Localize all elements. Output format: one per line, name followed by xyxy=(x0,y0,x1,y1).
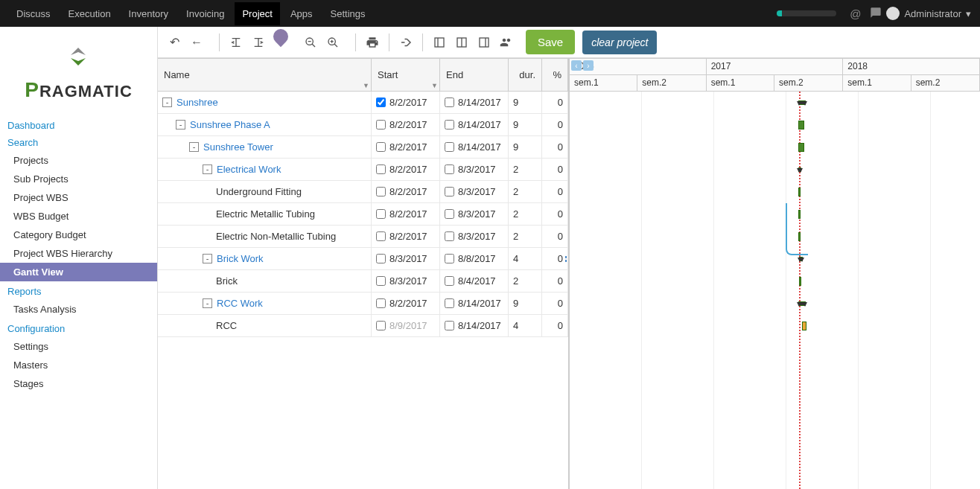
end-checkbox[interactable] xyxy=(445,321,454,330)
tree-toggle[interactable]: - xyxy=(203,254,212,263)
table-row[interactable]: -Electrical Work8/2/20178/3/201720 xyxy=(158,159,568,181)
sidebar-item[interactable]: Project WBS xyxy=(0,188,157,207)
row-label[interactable]: Sunshree Phase A xyxy=(190,119,270,130)
timeline-next-icon[interactable]: › xyxy=(583,60,594,71)
gantt-bar[interactable] xyxy=(798,188,801,196)
col-name[interactable]: Name▼ xyxy=(158,59,372,91)
row-label[interactable]: Sunshree xyxy=(176,97,218,108)
start-checkbox[interactable] xyxy=(376,254,386,263)
save-button[interactable]: Save xyxy=(526,30,575,54)
start-checkbox[interactable] xyxy=(376,164,386,174)
col-pct[interactable]: % xyxy=(542,59,568,91)
pushpin-icon[interactable] xyxy=(270,27,291,47)
end-checkbox[interactable] xyxy=(445,231,454,241)
table-row[interactable]: -Sunshree8/2/20178/14/201790 xyxy=(158,92,568,114)
table-row[interactable]: Electric Non-Metallic Tubing8/2/20178/3/… xyxy=(158,226,568,248)
col-start[interactable]: Start▼ xyxy=(372,59,440,91)
tree-toggle[interactable]: - xyxy=(203,298,212,308)
row-label[interactable]: Brick Work xyxy=(217,253,264,264)
table-row[interactable]: Brick8/3/20178/4/201720 xyxy=(158,270,568,293)
end-checkbox[interactable] xyxy=(445,142,454,152)
row-label[interactable]: Sunshree Tower xyxy=(203,141,273,153)
table-row[interactable]: RCC8/9/20178/14/201740 xyxy=(158,315,568,337)
critical-path-icon[interactable] xyxy=(395,32,416,53)
zoom-out-icon[interactable] xyxy=(300,32,321,53)
print-icon[interactable] xyxy=(362,32,383,53)
table-row[interactable]: -Sunshree Tower8/2/20178/14/201790 xyxy=(158,136,568,159)
sidebar-item[interactable]: Gantt View xyxy=(0,263,157,281)
tree-toggle[interactable]: - xyxy=(203,164,212,174)
sidebar-item[interactable]: Stages xyxy=(0,374,157,393)
tree-toggle[interactable]: - xyxy=(162,98,172,107)
start-checkbox[interactable] xyxy=(376,298,386,308)
layout-right-icon[interactable] xyxy=(474,32,494,53)
undo-icon[interactable]: ↶ xyxy=(164,32,185,53)
sidebar-item[interactable]: Sub Projects xyxy=(0,170,157,188)
sidebar-item[interactable]: Project WBS Hierarchy xyxy=(0,244,157,263)
layout-split-icon[interactable] xyxy=(451,32,472,53)
resources-icon[interactable] xyxy=(496,32,517,53)
row-label[interactable]: Electrical Work xyxy=(217,164,281,175)
gantt-bar[interactable] xyxy=(799,257,803,261)
nav-inventory[interactable]: Inventory xyxy=(121,2,176,25)
table-row[interactable]: Electric Metallic Tubing8/2/20178/3/2017… xyxy=(158,203,568,226)
nav-invoicing[interactable]: Invoicing xyxy=(179,2,232,25)
end-checkbox[interactable] xyxy=(445,120,454,130)
clear-project-button[interactable]: clear project xyxy=(582,31,657,54)
sort-icon[interactable]: ▼ xyxy=(363,82,369,89)
start-checkbox[interactable] xyxy=(376,276,386,286)
start-checkbox[interactable] xyxy=(376,120,386,130)
nav-apps[interactable]: Apps xyxy=(283,2,320,25)
sidebar-item[interactable]: Projects xyxy=(0,151,157,170)
redo-icon[interactable]: ← xyxy=(186,32,207,53)
gantt-bar[interactable] xyxy=(798,121,804,130)
sidebar-dashboard[interactable]: Dashboard xyxy=(0,117,157,134)
col-dur[interactable]: dur. xyxy=(509,59,542,91)
nav-project[interactable]: Project xyxy=(235,2,279,25)
end-checkbox[interactable] xyxy=(445,209,454,219)
gantt-bar[interactable] xyxy=(798,167,801,172)
end-checkbox[interactable] xyxy=(445,98,454,107)
row-label[interactable]: RCC Work xyxy=(217,298,263,309)
nav-discuss[interactable]: Discuss xyxy=(9,2,58,25)
tree-toggle[interactable]: - xyxy=(176,120,185,130)
timeline-prev-icon[interactable]: ‹ xyxy=(571,60,582,71)
gantt-bar[interactable] xyxy=(799,277,801,286)
at-icon[interactable]: @ xyxy=(850,7,861,20)
sidebar-item[interactable]: Tasks Analysis xyxy=(0,300,157,319)
table-row[interactable]: -RCC Work8/2/20178/14/201790 xyxy=(158,293,568,315)
indent-in-icon[interactable] xyxy=(248,32,269,53)
user-menu[interactable]: Administrator ▾ xyxy=(886,7,971,20)
layout-left-icon[interactable] xyxy=(429,32,450,53)
table-row[interactable]: -Sunshree Phase A8/2/20178/14/201790 xyxy=(158,114,568,136)
indent-out-icon[interactable] xyxy=(226,32,246,53)
end-checkbox[interactable] xyxy=(445,276,454,286)
gantt-bar[interactable] xyxy=(798,301,806,306)
col-end[interactable]: End xyxy=(440,59,509,91)
start-checkbox[interactable] xyxy=(376,321,386,330)
table-row[interactable]: -Brick Work8/3/20178/8/201740 xyxy=(158,248,568,270)
sort-icon[interactable]: ▼ xyxy=(431,82,438,89)
sidebar-search[interactable]: Search xyxy=(0,134,157,151)
gantt-bar[interactable] xyxy=(798,100,806,105)
sidebar-item[interactable]: Masters xyxy=(0,356,157,374)
sidebar-item[interactable]: Settings xyxy=(0,337,157,356)
start-checkbox[interactable] xyxy=(376,187,386,196)
tree-toggle[interactable]: - xyxy=(189,142,199,152)
start-checkbox[interactable] xyxy=(376,142,386,152)
sidebar-item[interactable]: WBS Budget xyxy=(0,207,157,226)
table-row[interactable]: Underground Fitting8/2/20178/3/201720 xyxy=(158,181,568,203)
end-checkbox[interactable] xyxy=(445,254,454,263)
gantt-bar[interactable] xyxy=(802,322,806,330)
start-checkbox[interactable] xyxy=(376,98,386,107)
start-checkbox[interactable] xyxy=(376,209,386,219)
gantt-bar[interactable] xyxy=(798,143,804,152)
start-checkbox[interactable] xyxy=(376,231,386,241)
zoom-in-icon[interactable] xyxy=(322,32,343,53)
chat-icon[interactable] xyxy=(870,7,882,21)
nav-settings[interactable]: Settings xyxy=(323,2,373,25)
end-checkbox[interactable] xyxy=(445,298,454,308)
end-checkbox[interactable] xyxy=(445,164,454,174)
nav-execution[interactable]: Execution xyxy=(61,2,118,25)
end-checkbox[interactable] xyxy=(445,187,454,196)
